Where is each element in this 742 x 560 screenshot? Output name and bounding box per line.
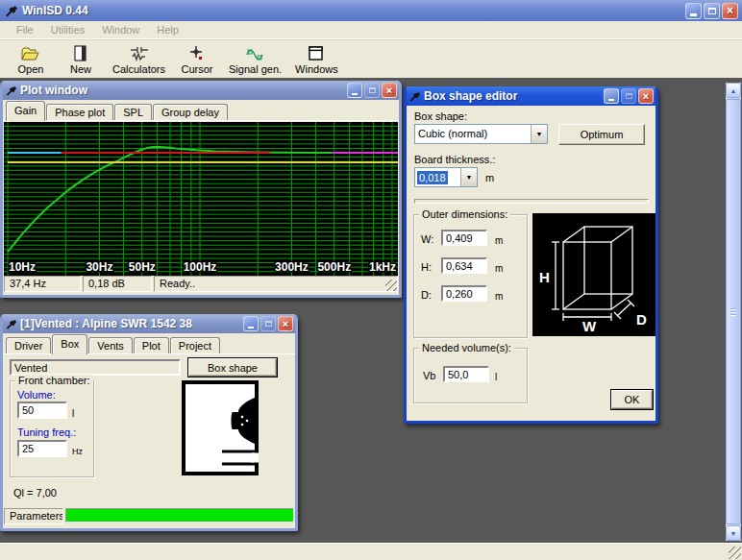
cursor-button[interactable]: Cursor xyxy=(172,42,222,77)
cursor-level-readout: 0,18 dB xyxy=(83,276,152,292)
signal-gen-button[interactable]: Signal gen. xyxy=(222,42,288,77)
project-window-title: [1]Vented : Alpine SWR 1542 38 xyxy=(20,317,192,330)
cursor-frequency-readout: 37,4 Hz xyxy=(4,276,81,292)
depth-input[interactable]: 0,260 xyxy=(441,285,487,302)
menu-window[interactable]: Window xyxy=(93,23,148,37)
outer-dimensions-group: Outer dimensions: W: 0,409 m H: 0,634 m … xyxy=(413,214,528,338)
main-titlebar[interactable]: WinISD 0.44 × xyxy=(0,0,742,21)
box-shape-combo[interactable]: Cubic (normal) ▼ xyxy=(414,124,548,144)
box-shape-editor-window: Box shape editor × Box shape: Cubic (nor… xyxy=(404,86,658,424)
tab-box[interactable]: Box xyxy=(52,334,87,354)
winisd-icon xyxy=(4,4,18,18)
vb-label: Vb xyxy=(423,370,435,381)
toolbar-label: Signal gen. xyxy=(229,64,282,75)
toolbar-label: Calculators xyxy=(112,64,165,75)
minimize-button[interactable] xyxy=(347,83,362,98)
scroll-down-button[interactable]: ▼ xyxy=(726,525,741,541)
plot-window: Plot window × Gain Phase plot SPL Group … xyxy=(0,81,402,298)
tab-vents[interactable]: Vents xyxy=(88,337,133,353)
project-statusbar: Parameters xyxy=(3,507,295,525)
chevron-down-icon[interactable]: ▼ xyxy=(531,125,547,143)
scrollbar-thumb[interactable] xyxy=(726,99,741,524)
vertical-scrollbar[interactable]: ▲ ▼ xyxy=(726,83,741,541)
winisd-icon xyxy=(5,318,17,330)
tuning-freq-label: Tuning freq.: xyxy=(17,426,76,438)
svg-text:300Hz: 300Hz xyxy=(275,260,309,274)
main-window-title: WinISD 0.44 xyxy=(22,4,88,17)
windows-icon xyxy=(309,44,324,61)
box-editor-body: Box shape: Cubic (normal) ▼ Optimum Boar… xyxy=(407,106,655,418)
project-tabs: Driver Box Vents Plot Project xyxy=(3,333,295,353)
plot-tabs: Gain Phase plot SPL Group delay xyxy=(3,100,399,120)
menu-utilities[interactable]: Utilities xyxy=(42,23,93,37)
width-label: W: xyxy=(421,233,433,245)
toolbar-label: New xyxy=(70,64,91,75)
calculators-button[interactable]: Calculators xyxy=(106,42,172,77)
svg-text:1kHz: 1kHz xyxy=(369,260,396,274)
plot-window-titlebar[interactable]: Plot window × xyxy=(3,81,399,100)
winisd-icon xyxy=(5,85,17,97)
width-input[interactable]: 0,409 xyxy=(441,230,487,246)
height-input[interactable]: 0,634 xyxy=(441,257,487,274)
minimize-button[interactable] xyxy=(243,316,259,331)
open-folder-icon xyxy=(21,44,40,61)
volume-input[interactable]: 50 xyxy=(17,402,67,419)
tuning-unit: Hz xyxy=(72,447,83,456)
tuning-freq-input[interactable]: 25 xyxy=(17,440,67,457)
mdi-area: Plot window × Gain Phase plot SPL Group … xyxy=(0,78,742,543)
chevron-down-icon[interactable]: ▼ xyxy=(460,168,477,186)
tab-plot[interactable]: Plot xyxy=(134,337,169,353)
close-button[interactable]: × xyxy=(278,316,293,331)
plot-window-title: Plot window xyxy=(20,84,87,97)
parameters-progress-bar xyxy=(65,508,294,523)
maximize-button[interactable] xyxy=(621,88,636,104)
depth-unit: m xyxy=(495,291,503,302)
menu-file[interactable]: File xyxy=(8,23,42,37)
separator xyxy=(414,199,649,204)
box-shape-label: Box shape: xyxy=(414,110,467,122)
board-thickness-label: Board thickness.: xyxy=(414,154,495,165)
minimize-button[interactable] xyxy=(685,3,702,19)
svg-text:50Hz: 50Hz xyxy=(129,260,156,274)
tab-gain[interactable]: Gain xyxy=(6,101,45,121)
gain-plot-page: 10Hz30Hz50Hz100Hz300Hz500Hz1kHz xyxy=(3,120,399,275)
maximize-button[interactable] xyxy=(260,316,276,331)
windows-button[interactable]: Windows xyxy=(288,42,345,77)
vb-unit: l xyxy=(495,372,497,382)
gain-plot-canvas[interactable]: 10Hz30Hz50Hz100Hz300Hz500Hz1kHz xyxy=(4,122,398,276)
project-window-titlebar[interactable]: [1]Vented : Alpine SWR 1542 38 × xyxy=(3,314,295,333)
box-type-field[interactable]: Vented xyxy=(10,359,181,376)
height-label: H: xyxy=(421,261,432,273)
menu-help[interactable]: Help xyxy=(148,23,187,37)
plot-statusbar: 37,4 Hz 0,18 dB Ready.. xyxy=(3,275,399,293)
close-button[interactable]: × xyxy=(382,83,397,98)
box-3d-wireframe: H W D xyxy=(532,213,655,336)
maximize-button[interactable] xyxy=(364,83,380,98)
tab-project[interactable]: Project xyxy=(170,337,220,353)
ok-button[interactable]: OK xyxy=(611,390,653,409)
box-shape-button[interactable]: Box shape xyxy=(188,358,277,377)
parameters-status-label: Parameters xyxy=(4,508,63,524)
tab-driver[interactable]: Driver xyxy=(6,337,51,353)
svg-text:D: D xyxy=(636,311,647,328)
tab-group-delay[interactable]: Group delay xyxy=(153,104,228,120)
svg-text:H: H xyxy=(539,269,550,285)
resize-grip[interactable] xyxy=(385,280,397,291)
vb-input[interactable]: 50,0 xyxy=(443,366,489,382)
resize-grip[interactable] xyxy=(729,547,741,559)
minimize-button[interactable] xyxy=(604,88,619,104)
plot-status-message: Ready.. xyxy=(154,276,398,292)
tab-phase-plot[interactable]: Phase plot xyxy=(46,104,113,120)
new-button[interactable]: New xyxy=(56,42,106,77)
open-button[interactable]: Open xyxy=(6,42,56,77)
board-thickness-combo[interactable]: 0,018 ▼ xyxy=(414,167,478,187)
project-window: [1]Vented : Alpine SWR 1542 38 × Driver … xyxy=(0,314,298,531)
svg-text:10Hz: 10Hz xyxy=(9,260,36,274)
optimum-button[interactable]: Optimum xyxy=(558,124,645,145)
scroll-up-button[interactable]: ▲ xyxy=(726,83,741,98)
box-editor-titlebar[interactable]: Box shape editor × xyxy=(407,86,655,106)
maximize-button[interactable] xyxy=(704,3,720,19)
close-button[interactable]: × xyxy=(638,88,654,104)
tab-spl[interactable]: SPL xyxy=(114,104,152,120)
close-button[interactable]: × xyxy=(722,3,738,19)
